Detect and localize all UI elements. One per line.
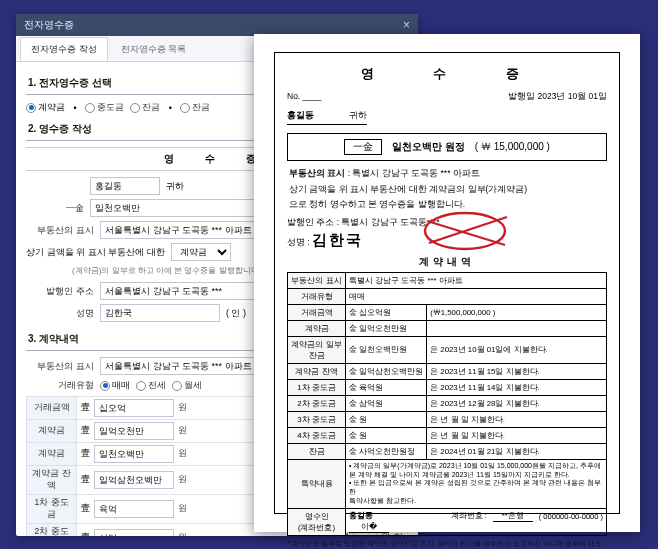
issuer-signature: 김한국 <box>312 232 363 248</box>
radio-balance[interactable]: 잔금 <box>130 101 160 114</box>
paytype-select[interactable]: 계약금 <box>171 243 231 261</box>
disclaimer: * 계약금의 일부로 입금한 계약의 성격으로 먼저, 계약금 잔금을 매수인이… <box>287 540 607 549</box>
detail-row: 4차 중도금金 원은 년 월 일 지불한다. <box>288 427 607 443</box>
close-icon[interactable]: × <box>403 18 410 32</box>
detail-row: 거래유형매매 <box>288 288 607 304</box>
detail-row: 거래금액金 십오억원(￦1,500,000,000 ) <box>288 304 607 320</box>
radio-contract[interactable]: 계약금 <box>26 101 65 114</box>
dialog-title-bar: 전자영수증 × <box>16 14 418 36</box>
issuer-name-input[interactable] <box>100 304 220 322</box>
receipt-document: 영 수 증 No. ____ 발행일 2023년 10월 01일 홍길동 귀하 … <box>254 34 640 532</box>
radio-wolse[interactable]: 월세 <box>172 379 202 392</box>
radio-balance2[interactable]: 잔금 <box>180 101 210 114</box>
receipt-title: 영 수 증 <box>301 65 607 83</box>
radio-sale[interactable]: 매매 <box>100 379 130 392</box>
detail-row: 계약금의 일부 잔금金 일천오백만원은 2023년 10월 01일에 지불한다. <box>288 336 607 363</box>
recipient-input[interactable] <box>90 177 160 195</box>
special-cell: • 계약금의 일부(가계약금)로 2023년 10월 01일 15,000,00… <box>346 459 607 508</box>
detail-row: 계약금金 일억오천만원 <box>288 320 607 336</box>
radio-jeonse[interactable]: 전세 <box>136 379 166 392</box>
detail-row: 부동산의 표시특별시 강남구 도곡동 *** 아파트 <box>288 272 607 288</box>
detail-row: 잔금金 사억오천만원정은 2024년 01월 21일 지불한다. <box>288 443 607 459</box>
tab-list[interactable]: 전자영수증 목록 <box>110 37 198 61</box>
radio-midpay[interactable]: 중도금 <box>85 101 124 114</box>
detail-table: 부동산의 표시특별시 강남구 도곡동 *** 아파트거래유형매매거래금액金 십오… <box>287 272 607 536</box>
tab-write[interactable]: 전자영수증 작성 <box>20 37 108 61</box>
dialog-title: 전자영수증 <box>24 18 74 32</box>
detail-title: 계약내역 <box>287 256 607 269</box>
detail-row: 1차 중도금金 육억원은 2023년 11월 14일 지불한다. <box>288 379 607 395</box>
detail-row: 계약금 잔액金 일억삼천오백만원은 2023년 11월 15일 지불한다. <box>288 363 607 379</box>
detail-row: 3차 중도금金 원은 년 월 일 지불한다. <box>288 411 607 427</box>
detail-row: 2차 중도금金 삼억원은 2023년 12월 28일 지불한다. <box>288 395 607 411</box>
amount-frame: 一金 일천오백만 원정 ( ￦ 15,000,000 ) <box>287 133 607 161</box>
